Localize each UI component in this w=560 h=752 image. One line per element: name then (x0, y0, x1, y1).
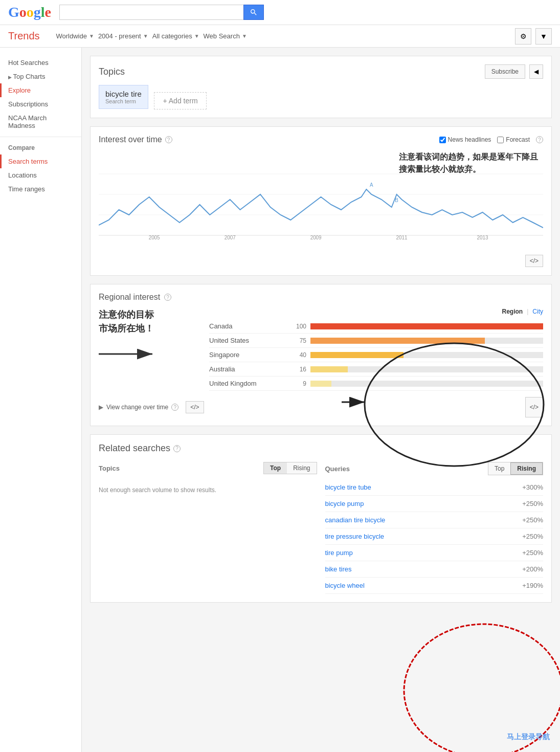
sidebar-item-top-charts[interactable]: Top Charts (0, 70, 81, 83)
city-tab[interactable]: City (532, 308, 543, 315)
news-headlines-checkbox[interactable]: News headlines (439, 136, 491, 143)
svg-text:2013: 2013 (477, 235, 488, 240)
sidebar-divider (0, 137, 81, 137)
query-pct-1: +300% (522, 483, 543, 491)
nav-brand: Trends (8, 30, 40, 42)
query-name-3[interactable]: canadian tire bicycle (325, 516, 386, 524)
query-name-5[interactable]: tire pump (325, 549, 353, 557)
regional-embed-button2[interactable]: </> (525, 397, 543, 417)
search-type-dropdown[interactable]: Web Search ▼ (204, 32, 247, 40)
query-row-6: bike tires +200% (325, 561, 544, 578)
worldwide-dropdown[interactable]: Worldwide ▼ (56, 32, 94, 40)
watermark: 马上登录导航 (507, 733, 550, 742)
search-input[interactable] (59, 5, 243, 20)
query-pct-7: +190% (522, 582, 543, 589)
interest-chart: 2005 2007 2009 2011 2013 A B 注意看该词的趋势，如果… (99, 148, 543, 251)
sidebar-item-search-terms[interactable]: Search terms (0, 154, 81, 168)
region-row-us: United States 75 (209, 334, 543, 348)
svg-text:A: A (370, 182, 373, 188)
region-row-australia: Australia 16 (209, 362, 543, 377)
query-pct-3: +250% (522, 516, 543, 524)
regional-header: Region | City (209, 308, 543, 315)
query-name-7[interactable]: bicycle wheel (325, 582, 365, 589)
queries-tab-group: Top Rising (488, 462, 543, 475)
regional-title-left: Regional interest ? (99, 293, 171, 302)
regional-container: 注意你的目标市场所在地！ (99, 308, 543, 391)
region-row-uk: United Kingdom 9 (209, 377, 543, 391)
sidebar-item-locations[interactable]: Locations (0, 168, 81, 182)
categories-dropdown[interactable]: All categories ▼ (152, 32, 199, 40)
view-change-button[interactable]: ▶ View change over time ? </> (99, 397, 204, 417)
compare-label: Compare (0, 141, 81, 154)
topics-terms: bicycle tire Search term + Add term (99, 85, 543, 109)
query-pct-4: +250% (522, 533, 543, 540)
regional-help-icon[interactable]: ? (164, 294, 171, 301)
related-help-icon[interactable]: ? (173, 445, 181, 452)
term-chip-bicycle-tire[interactable]: bicycle tire Search term (99, 85, 148, 109)
share-button[interactable]: ◀ (529, 64, 543, 79)
query-row-5: tire pump +250% (325, 545, 544, 561)
queries-rising-tab[interactable]: Rising (510, 462, 543, 475)
topics-card: Topics Subscribe ◀ bicycle tire Search t… (90, 56, 552, 118)
query-name-2[interactable]: bicycle pump (325, 500, 364, 507)
search-bar (59, 5, 264, 20)
related-topics-header: Topics Top Rising (99, 462, 317, 474)
topics-actions: Subscribe ◀ (485, 64, 543, 79)
query-row-3: canadian tire bicycle +250% (325, 512, 544, 528)
categories-arrow: ▼ (194, 33, 199, 39)
regional-title: Regional interest ? (99, 293, 543, 302)
search-button[interactable] (243, 5, 264, 20)
topics-col-label: Topics (99, 465, 120, 472)
interest-header: Interest over time ? News headlines Fore… (99, 135, 543, 144)
content: Topics Subscribe ◀ bicycle tire Search t… (82, 48, 560, 752)
regional-embed-button[interactable]: </> (186, 401, 204, 413)
forecast-checkbox[interactable]: Forecast (497, 136, 530, 143)
date-dropdown[interactable]: 2004 - present ▼ (98, 32, 148, 40)
no-data-message: Not enough search volume to show results… (99, 478, 317, 502)
region-tab[interactable]: Region (502, 308, 523, 315)
forecast-help-icon[interactable]: ? (536, 136, 543, 143)
add-term-button[interactable]: + Add term (154, 92, 206, 109)
related-annotation-circle (401, 619, 560, 752)
topics-header: Topics Subscribe ◀ (99, 64, 543, 79)
topics-tab-group: Top Rising (263, 462, 317, 474)
query-name-4[interactable]: tire pressure bicycle (325, 533, 385, 540)
svg-text:2011: 2011 (396, 235, 408, 240)
query-pct-2: +250% (522, 500, 543, 507)
interest-help-icon[interactable]: ? (165, 136, 172, 143)
header: Google (0, 0, 560, 25)
regional-table: Region | City Canada 100 United States (209, 308, 543, 391)
search-icon (250, 8, 258, 16)
interest-options: News headlines Forecast ? (439, 136, 543, 143)
sidebar-item-hot-searches[interactable]: Hot Searches (0, 56, 81, 70)
topics-top-tab[interactable]: Top (264, 462, 287, 474)
view-change-help[interactable]: ? (171, 404, 178, 411)
query-row-7: bicycle wheel +190% (325, 578, 544, 594)
bottom-embeds: ▶ View change over time ? </> </> (99, 397, 543, 417)
topics-rising-tab[interactable]: Rising (287, 462, 316, 474)
sidebar-item-ncaa[interactable]: NCAA March Madness (0, 111, 81, 132)
related-card: Related searches ? Topics Top Rising Not… (90, 434, 552, 603)
region-row-canada: Canada 100 (209, 319, 543, 334)
nav-bar: Trends Worldwide ▼ 2004 - present ▼ All … (0, 25, 560, 48)
term-chip-text: bicycle tire (105, 90, 142, 98)
more-button[interactable]: ▼ (535, 28, 552, 45)
embed-button[interactable]: </> (525, 255, 543, 267)
sidebar-item-explore[interactable]: Explore (0, 83, 81, 97)
uk-bar (310, 381, 331, 387)
query-row-4: tire pressure bicycle +250% (325, 528, 544, 545)
query-name-1[interactable]: bicycle tire tube (325, 483, 371, 491)
interest-card: Interest over time ? News headlines Fore… (90, 126, 552, 276)
search-type-arrow: ▼ (242, 33, 247, 39)
sidebar-item-subscriptions[interactable]: Subscriptions (0, 97, 81, 111)
query-row-1: bicycle tire tube +300% (325, 479, 544, 496)
subscribe-button[interactable]: Subscribe (485, 64, 525, 79)
settings-button[interactable]: ⚙ (515, 28, 531, 45)
sidebar: Hot Searches Top Charts Explore Subscrip… (0, 48, 82, 752)
term-chip-sub: Search term (105, 98, 142, 104)
sidebar-item-time-ranges[interactable]: Time ranges (0, 182, 81, 196)
query-row-2: bicycle pump +250% (325, 496, 544, 512)
svg-text:B: B (395, 197, 398, 203)
queries-top-tab[interactable]: Top (488, 462, 510, 475)
query-name-6[interactable]: bike tires (325, 565, 352, 573)
